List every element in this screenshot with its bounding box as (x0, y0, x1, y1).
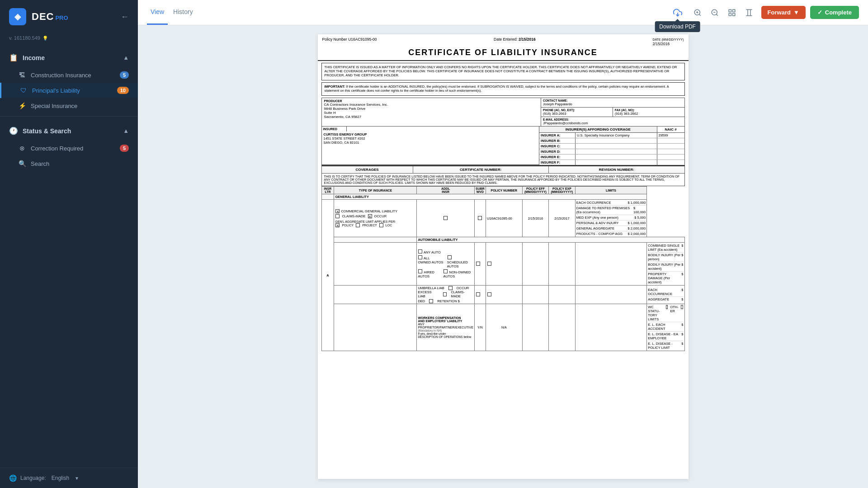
svg-rect-9 (732, 9, 735, 12)
cert-email-row: E-MAIL ADDRESS: JPappalardo@ccisbonds.co… (541, 117, 684, 126)
topbar-actions: Download PDF (670, 5, 859, 20)
gl-policy-checkbox: X (335, 223, 340, 227)
svg-line-2 (699, 14, 700, 15)
sidebar: ◈ DECPRO ← v. 161180.549 💡 📋 Income ▲ 🏗 … (0, 0, 138, 488)
zoom-out-button[interactable] (707, 5, 722, 20)
download-pdf-button[interactable] (670, 5, 685, 20)
forward-button[interactable]: Forward ▼ (761, 6, 806, 19)
cert-insurer-d: INSURER D: (539, 149, 684, 155)
cert-insurers-header: INSURER(S) AFFORDING COVERAGE NAIC # (539, 127, 684, 133)
zoom-controls (690, 5, 757, 20)
cert-contact-info: CONTACT NAME: Joseph Pappalardo PHONE (A… (541, 98, 684, 126)
shield-icon: 🛡 (19, 87, 28, 94)
cert-coverages-header-row: COVERAGES CERTIFICATE NUMBER: REVISION N… (321, 165, 685, 174)
search-icon: 🔍 (18, 160, 26, 167)
income-section-header[interactable]: 📋 Income ▲ (0, 48, 138, 67)
sidebar-item-construction-insurance[interactable]: 🏗 Construction Insurance 5 (0, 67, 138, 83)
building-icon: 🏗 (18, 71, 26, 79)
gl-claims-made-checkbox (335, 214, 340, 218)
app-version: v. 161180.549 💡 (0, 33, 138, 48)
income-icon: 📋 (9, 53, 18, 62)
cert-producer-info: PRODUCER CA Contractors Insurance Servic… (322, 98, 542, 126)
tab-view[interactable]: View (147, 0, 168, 25)
tab-nav: View History (147, 0, 197, 25)
cert-producer-contact-row: PRODUCER CA Contractors Insurance Servic… (321, 98, 685, 127)
pdf-tooltip: Download PDF (655, 21, 700, 32)
svg-rect-8 (729, 9, 731, 12)
gl-project-checkbox (356, 223, 360, 227)
cert-insurer-c: INSURER C: (539, 144, 684, 149)
gl-loc-checkbox (379, 223, 383, 227)
sidebar-item-search[interactable]: 🔍 Search (0, 156, 138, 171)
cert-insurers-block: INSURER(S) AFFORDING COVERAGE NAIC # INS… (539, 127, 684, 165)
globe-icon: 🌐 (9, 474, 17, 482)
cert-insured-block: INSURED CURTISS ENERGY GROUP 1451 STATE … (322, 127, 540, 165)
status-search-section: 🕐 Status & Search ▲ ⊗ Correction Require… (0, 119, 138, 171)
cert-email: E-MAIL ADDRESS: JPappalardo@ccisbonds.co… (541, 117, 684, 126)
cert-insurer-e: INSURER E: (539, 155, 684, 160)
income-chevron: ▲ (123, 54, 129, 61)
tab-history[interactable]: History (170, 0, 197, 25)
cert-contact-phone-fax-row: PHONE (AC, No, Ext): (916) 363-2663 FAX … (541, 108, 684, 117)
language-chevron: ▼ (75, 476, 79, 481)
cert-contact-name: CONTACT NAME: Joseph Pappalardo (541, 98, 684, 107)
app-name: DECPRO (32, 11, 68, 23)
umbrella-row: UMBRELLA LIABOCCUR EXCESS LIABCLAIMS-MAD… (321, 286, 684, 304)
svg-rect-11 (729, 13, 731, 15)
document-area: Policy Number U16AC91095-00 Date Entered… (138, 25, 868, 488)
coverage-table-header: INSRLTR TYPE OF INSURANCE ADDLINSR SUBRW… (321, 187, 684, 194)
main-content: View History Download PDF (138, 0, 868, 488)
workers-comp-row: WORKERS COMPENSATIONAND EMPLOYERS' LIABI… (321, 304, 684, 351)
auto-section-header: AUTOMOBILE LIABILITY (321, 237, 684, 243)
logo-icon: ◈ (9, 8, 26, 25)
auto-row: ANY AUTO ALL OWNED AUTOS SCHEDULED AUTOS… (321, 243, 684, 286)
cert-coverage-table: INSRLTR TYPE OF INSURANCE ADDLINSR SUBRW… (321, 186, 685, 351)
cert-notice: THIS CERTIFICATE IS ISSUED AS A MATTER O… (321, 63, 685, 80)
cert-top-info: Policy Number U16AC91095-00 Date Entered… (318, 34, 689, 47)
grid-view-button[interactable] (724, 5, 740, 20)
cert-important: IMPORTANT: If the certificate holder is … (321, 82, 685, 96)
sidebar-item-principals-liability[interactable]: 🛡 Principal's Liability 10 (0, 83, 138, 98)
columns-button[interactable] (741, 5, 757, 20)
sidebar-header: ◈ DECPRO ← (0, 0, 138, 33)
status-chevron: ▲ (123, 127, 129, 134)
checkmark-icon: ✓ (817, 9, 822, 16)
cert-producer-section: PRODUCER CA Contractors Insurance Servic… (321, 98, 685, 351)
gl-commercial-checkbox: X (335, 209, 340, 213)
svg-line-6 (716, 14, 717, 15)
correction-badge: 5 (120, 145, 129, 152)
download-pdf-area: Download PDF (670, 5, 685, 20)
svg-rect-10 (732, 13, 735, 15)
cert-contact-name-row: CONTACT NAME: Joseph Pappalardo (541, 98, 684, 108)
sidebar-divider (0, 116, 138, 117)
income-section: 📋 Income ▲ 🏗 Construction Insurance 5 🛡 … (0, 48, 138, 113)
cert-title: CERTIFICATE OF LIABILITY INSURANCE (318, 47, 689, 61)
topbar: View History Download PDF (138, 0, 868, 25)
status-search-header[interactable]: 🕐 Status & Search ▲ (0, 121, 138, 141)
zoom-in-button[interactable] (690, 5, 705, 20)
lightning-icon: ⚡ (18, 102, 26, 109)
sidebar-item-special-insurance[interactable]: ⚡ Special Insurance (0, 98, 138, 113)
gl-occur-checkbox: X (368, 214, 372, 218)
cert-insurer-a: INSURER A: U.S. Specialty Insurance Comp… (539, 133, 684, 138)
cert-phone: PHONE (AC, No, Ext): (916) 363-2663 (541, 108, 613, 117)
clock-icon: 🕐 (9, 127, 18, 135)
construction-badge: 5 (120, 71, 129, 79)
correction-icon: ⊗ (18, 145, 26, 152)
forward-dropdown-icon: ▼ (793, 9, 799, 16)
cert-insurer-f: INSURER F: (539, 160, 684, 165)
complete-button[interactable]: ✓ Complete (810, 6, 859, 19)
back-button[interactable]: ← (121, 12, 129, 22)
language-selector[interactable]: 🌐 Language: English ▼ (0, 468, 138, 488)
principals-badge: 10 (117, 87, 129, 94)
cert-insurer-b: INSURER B: (539, 138, 684, 144)
gl-section-header: GENERAL LIABILITY (321, 194, 684, 200)
gl-row: A X COMMERCIAL GENERAL LIABILITY CLAIMS-… (321, 200, 684, 237)
certificate-document: Policy Number U16AC91095-00 Date Entered… (318, 34, 689, 479)
cert-coverages-desc: THIS IS TO CERTIFY THAT THE POLICIES OF … (321, 174, 685, 186)
cert-fax: FAX (AC, No): (916) 363-2662 (613, 108, 684, 117)
sidebar-item-correction-required[interactable]: ⊗ Correction Required 5 (0, 141, 138, 156)
cert-insured-insurers-row: INSURED CURTISS ENERGY GROUP 1451 STATE … (321, 127, 685, 165)
